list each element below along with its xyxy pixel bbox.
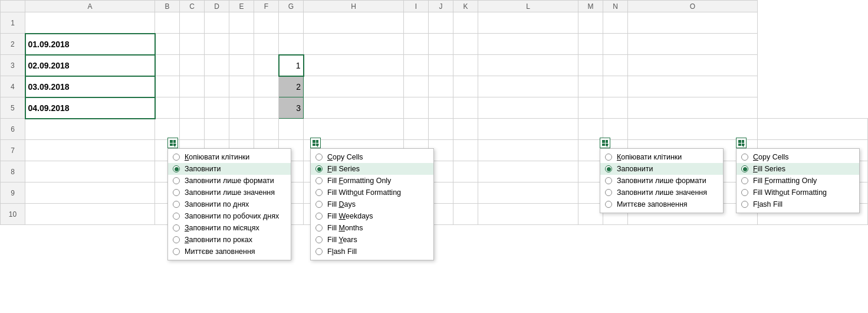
col-header-B[interactable]: B: [155, 1, 180, 12]
col-header-G[interactable]: G: [279, 1, 304, 12]
cell-O1[interactable]: [628, 12, 758, 34]
menu2-copy-cells[interactable]: Copy Cells: [311, 151, 433, 163]
autofill-handle-3[interactable]: ▼: [600, 138, 610, 148]
cell-D1[interactable]: [205, 12, 229, 34]
menu2-fill-series[interactable]: Fill Series: [311, 163, 433, 175]
cell-P5[interactable]: [628, 97, 758, 119]
cell-I2[interactable]: [404, 34, 429, 55]
cell-E1[interactable]: [229, 12, 254, 34]
cell-K8[interactable]: [453, 161, 478, 182]
menu3-fill-formats[interactable]: Заповнити лише формати: [600, 175, 723, 187]
cell-L2[interactable]: [478, 34, 578, 55]
cell-K5[interactable]: [429, 97, 453, 119]
cell-O4[interactable]: [603, 76, 628, 97]
cell-A9[interactable]: [25, 182, 155, 204]
cell-L3[interactable]: [453, 55, 478, 76]
cell-N4[interactable]: [578, 76, 603, 97]
cell-P6[interactable]: [758, 119, 868, 140]
cell-H6[interactable]: [304, 119, 404, 140]
cell-D3[interactable]: [205, 55, 229, 76]
cell-E2[interactable]: [229, 34, 254, 55]
cell-G1[interactable]: [279, 12, 304, 34]
cell-G2[interactable]: [279, 34, 304, 55]
cell-I4[interactable]: [304, 76, 404, 97]
menu4-flash-fill[interactable]: Flash Fill: [737, 198, 859, 210]
cell-M4[interactable]: [478, 76, 578, 97]
cell-L9[interactable]: [478, 182, 578, 204]
col-header-D[interactable]: D: [205, 1, 229, 12]
menu1-fill-years[interactable]: Заповнити по роках: [168, 234, 291, 246]
cell-N6[interactable]: [603, 119, 628, 140]
autofill-handle-1[interactable]: ▼: [167, 138, 178, 148]
cell-D4[interactable]: [205, 76, 229, 97]
col-header-E[interactable]: E: [229, 1, 254, 12]
menu1-fill-series[interactable]: Заповнити: [168, 163, 291, 175]
menu4-fill-formats[interactable]: Fill Formatting Only: [737, 175, 859, 187]
cell-N3[interactable]: [578, 55, 603, 76]
cell-C4[interactable]: [180, 76, 205, 97]
cell-K10[interactable]: [453, 204, 478, 225]
cell-C1[interactable]: [180, 12, 205, 34]
menu1-fill-months[interactable]: Заповнити по місяцях: [168, 222, 291, 234]
menu3-fill-values[interactable]: Заповнити лише значення: [600, 187, 723, 198]
menu2-fill-days[interactable]: Fill Days: [311, 198, 433, 210]
cell-M5[interactable]: [478, 97, 578, 119]
cell-G6[interactable]: [279, 119, 304, 140]
cell-M1[interactable]: [578, 12, 603, 34]
col-header-K[interactable]: K: [453, 1, 478, 12]
cell-B5[interactable]: [155, 97, 180, 119]
col-header-A[interactable]: A: [25, 1, 155, 12]
cell-A5[interactable]: 04.09.2018: [25, 97, 155, 119]
cell-B2[interactable]: [155, 34, 180, 55]
cell-N2[interactable]: [603, 34, 628, 55]
cell-I1[interactable]: [404, 12, 429, 34]
menu1-fill-values[interactable]: Заповнити лише значення: [168, 187, 291, 198]
cell-I3[interactable]: [304, 55, 404, 76]
menu1-flash-fill[interactable]: Миттєве заповнення: [168, 246, 291, 257]
cell-L6[interactable]: [478, 119, 578, 140]
cell-M2[interactable]: [578, 34, 603, 55]
cell-A10[interactable]: [25, 204, 155, 225]
cell-E3[interactable]: [229, 55, 254, 76]
menu4-fill-series[interactable]: Fill Series: [737, 163, 859, 175]
cell-L8[interactable]: [478, 161, 578, 182]
cell-H2[interactable]: [304, 34, 404, 55]
cell-B6[interactable]: [155, 119, 180, 140]
cell-C6[interactable]: [180, 119, 205, 140]
menu3-copy-cells[interactable]: Копіювати клітинки: [600, 151, 723, 163]
cell-A2[interactable]: 01.09.2018: [25, 34, 155, 55]
cell-L10[interactable]: [478, 204, 578, 225]
autofill-handle-4[interactable]: ▼: [736, 138, 747, 148]
cell-C3[interactable]: [180, 55, 205, 76]
col-header-J[interactable]: J: [429, 1, 453, 12]
col-header-O[interactable]: O: [628, 1, 758, 12]
cell-L1[interactable]: [478, 12, 578, 34]
cell-K6[interactable]: [453, 119, 478, 140]
cell-K1[interactable]: [453, 12, 478, 34]
cell-J6[interactable]: [429, 119, 453, 140]
cell-O2[interactable]: [628, 34, 758, 55]
cell-J4[interactable]: [404, 76, 429, 97]
col-header-C[interactable]: C: [180, 1, 205, 12]
cell-B3[interactable]: [155, 55, 180, 76]
cell-A1[interactable]: [25, 12, 155, 34]
cell-E6[interactable]: [229, 119, 254, 140]
cell-N5[interactable]: [578, 97, 603, 119]
autofill-handle-2[interactable]: ▼: [310, 138, 321, 148]
cell-O5[interactable]: [603, 97, 628, 119]
menu2-fill-months[interactable]: Fill Months: [311, 222, 433, 234]
cell-H5[interactable]: 3: [279, 97, 304, 119]
cell-O6[interactable]: [628, 119, 758, 140]
cell-K7[interactable]: [453, 140, 478, 161]
menu1-fill-days[interactable]: Заповнити по днях: [168, 198, 291, 210]
cell-C2[interactable]: [180, 34, 205, 55]
cell-F2[interactable]: [254, 34, 279, 55]
cell-B4[interactable]: [155, 76, 180, 97]
menu2-fill-without[interactable]: Fill Without Formatting: [311, 187, 433, 198]
cell-F1[interactable]: [254, 12, 279, 34]
col-header-I[interactable]: I: [404, 1, 429, 12]
cell-A7[interactable]: [25, 140, 155, 161]
cell-B1[interactable]: [155, 12, 180, 34]
menu1-fill-weekdays[interactable]: Заповнити по робочих днях: [168, 210, 291, 222]
cell-C5[interactable]: [180, 97, 205, 119]
